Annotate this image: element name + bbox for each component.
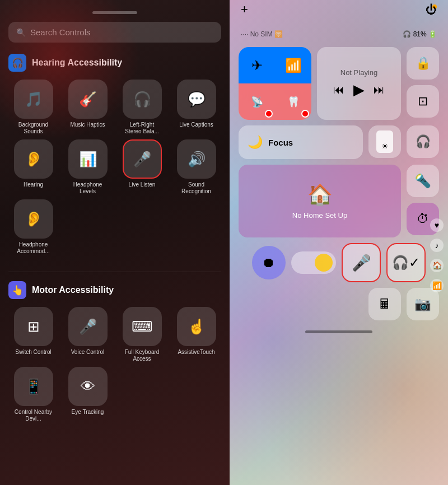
screen-lock-tile[interactable]: 🔒: [407, 47, 439, 80]
motor-section-header: 👆 Motor Accessibility: [8, 281, 221, 299]
bottom-row: ⏺ 🎤 🎧✓: [239, 243, 439, 282]
motor-section-icon: 👆: [8, 281, 26, 299]
headphone-accom-label: Headphone Accommod...: [13, 241, 54, 255]
eye-tracking-icon: 👁: [68, 367, 108, 406]
screen-mirror-tile[interactable]: ⊡: [407, 85, 439, 118]
grid-item-music-haptics[interactable]: 🎸 Music Haptics: [63, 80, 113, 135]
brightness-tile[interactable]: ☀: [368, 125, 401, 158]
live-captions-label: Live Captions: [179, 122, 213, 128]
live-captions-icon: 💬: [177, 80, 216, 119]
hearing-section-icon: 🎧: [8, 54, 26, 72]
power-button[interactable]: ⏻: [426, 3, 437, 16]
hearing-grid: 🎵 Background Sounds 🎸 Music Haptics 🎧 Le…: [8, 80, 221, 255]
eye-tracking-label: Eye Tracking: [72, 409, 104, 416]
section-divider: [8, 272, 221, 272]
grid-item-sound-recognition[interactable]: 🔊 Sound Recognition: [171, 139, 221, 195]
not-playing-label: Not Playing: [340, 68, 377, 77]
connectivity-block: ✈ 📶 📡 🦷: [239, 47, 311, 120]
microphone-tile[interactable]: 🎤: [342, 243, 381, 282]
headphone-accom-icon: 👂: [14, 199, 53, 239]
switch-control-icon: ⊞: [14, 307, 53, 346]
sound-recognition-label: Sound Recognition: [176, 181, 217, 195]
assistive-touch-label: AssistiveTouch: [178, 349, 214, 356]
right-col: 🔒 ⊡: [407, 47, 439, 120]
grid-item-stereo[interactable]: 🎧 Left-Right Stereo Bala...: [117, 80, 167, 135]
grid-item-voice-control[interactable]: 🎤 Voice Control: [63, 307, 113, 362]
status-carrier: ···· No SIM 🛜: [241, 30, 283, 38]
grid-item-eye-tracking[interactable]: 👁 Eye Tracking: [63, 367, 113, 422]
grid-item-headphone-accom[interactable]: 👂 Headphone Accommod...: [8, 199, 58, 255]
stereo-label: Left-Right Stereo Bala...: [122, 122, 162, 135]
no-home-tile[interactable]: 🏠 No Home Set Up: [239, 165, 401, 237]
background-sounds-icon: 🎵: [14, 80, 53, 119]
stereo-icon: 🎧: [123, 80, 162, 119]
heart-button[interactable]: ♥: [430, 218, 444, 232]
music-haptics-icon: 🎸: [68, 80, 108, 119]
home-icon: 🏠: [307, 183, 333, 207]
focus-tile[interactable]: 🌙 Focus: [239, 125, 363, 159]
screen-record-tile[interactable]: ⏺: [252, 246, 286, 279]
media-controls: ⏮ ▶ ⏭: [333, 81, 385, 99]
prev-button[interactable]: ⏮: [333, 83, 344, 96]
live-listen-cc-tile[interactable]: 🎧✓: [386, 243, 426, 282]
earbuds-tile[interactable]: 🎧: [407, 125, 439, 158]
keyboard-access-icon: ⌨: [123, 307, 162, 346]
play-button[interactable]: ▶: [353, 81, 365, 99]
camera-tile[interactable]: 📷: [407, 288, 439, 320]
grid-item-background-sounds[interactable]: 🎵 Background Sounds: [8, 80, 58, 135]
focus-label: Focus: [268, 138, 293, 147]
grid-item-switch-control[interactable]: ⊞ Switch Control: [8, 307, 58, 362]
focus-moon-icon: 🌙: [248, 135, 263, 150]
live-listen-icon: 🎤: [123, 139, 162, 179]
keyboard-access-label: Full Keyboard Access: [122, 349, 162, 362]
assistive-touch-icon: ☝: [177, 307, 216, 346]
cc-header: + ⏻: [230, 0, 448, 22]
grid-item-headphone-levels[interactable]: 📊 Headphone Levels: [63, 139, 113, 195]
not-playing-tile: Not Playing ⏮ ▶ ⏭: [317, 47, 401, 120]
music-note-button[interactable]: ♪: [430, 239, 444, 252]
cellular-tile[interactable]: 📡: [239, 83, 275, 120]
grid-item-assistive-touch[interactable]: ☝ AssistiveTouch: [171, 307, 221, 362]
toggle-tile[interactable]: [291, 251, 336, 274]
home-indicator: [305, 330, 372, 333]
status-bar: ···· No SIM 🛜 🎧 81% 🔋: [230, 22, 448, 43]
grid-item-keyboard-access[interactable]: ⌨ Full Keyboard Access: [117, 307, 167, 362]
hearing-label: Hearing: [24, 181, 43, 188]
next-button[interactable]: ⏭: [374, 83, 385, 96]
home-button[interactable]: 🏠: [430, 259, 444, 272]
background-sounds-label: Background Sounds: [13, 122, 54, 135]
wifi-side-button[interactable]: 📶: [430, 279, 444, 292]
hearing-section-header: 🎧 Hearing Accessibility: [8, 54, 221, 72]
search-icon: 🔍: [16, 28, 26, 37]
apps-row: 🖩 📷: [239, 288, 439, 320]
add-button[interactable]: +: [241, 2, 248, 17]
grid-item-hearing[interactable]: 👂 Hearing: [8, 139, 58, 195]
headphone-levels-icon: 📊: [68, 139, 108, 179]
hearing-section-title: Hearing Accessibility: [32, 58, 122, 68]
live-listen-label: Live Listen: [129, 181, 156, 188]
no-home-label: No Home Set Up: [292, 211, 347, 220]
headphone-levels-label: Headphone Levels: [68, 181, 108, 195]
search-bar[interactable]: 🔍 Search Controls: [8, 22, 221, 43]
airplane-mode-tile[interactable]: ✈: [239, 47, 275, 83]
grid-item-live-captions[interactable]: 💬 Live Captions: [171, 80, 221, 135]
bluetooth-tile[interactable]: 🦷: [275, 83, 311, 120]
right-side-controls: ♥ ♪ 🏠 📶: [430, 218, 444, 292]
right-panel: + ⏻ ···· No SIM 🛜 🎧 81% 🔋 ✈ 📶 📡 🦷: [230, 0, 448, 485]
voice-control-icon: 🎤: [68, 307, 108, 346]
phone-notch: [92, 11, 137, 14]
status-battery: 🎧 81% 🔋: [403, 30, 437, 38]
grid-item-control-nearby[interactable]: 📱 Control Nearby Devi...: [8, 367, 58, 422]
torch-tile[interactable]: 🔦: [407, 165, 439, 197]
sound-recognition-icon: 🔊: [177, 139, 216, 179]
calculator-tile[interactable]: 🖩: [368, 288, 401, 320]
motor-section-title: Motor Accessibility: [32, 285, 114, 295]
motor-grid: ⊞ Switch Control 🎤 Voice Control ⌨ Full …: [8, 307, 221, 422]
control-nearby-icon: 📱: [14, 367, 53, 406]
voice-control-label: Voice Control: [71, 349, 104, 356]
wifi-tile[interactable]: 📶: [275, 47, 311, 83]
grid-item-live-listen[interactable]: 🎤 Live Listen: [117, 139, 167, 195]
music-haptics-label: Music Haptics: [70, 122, 105, 128]
switch-control-label: Switch Control: [15, 349, 51, 356]
hearing-icon: 👂: [14, 139, 53, 179]
